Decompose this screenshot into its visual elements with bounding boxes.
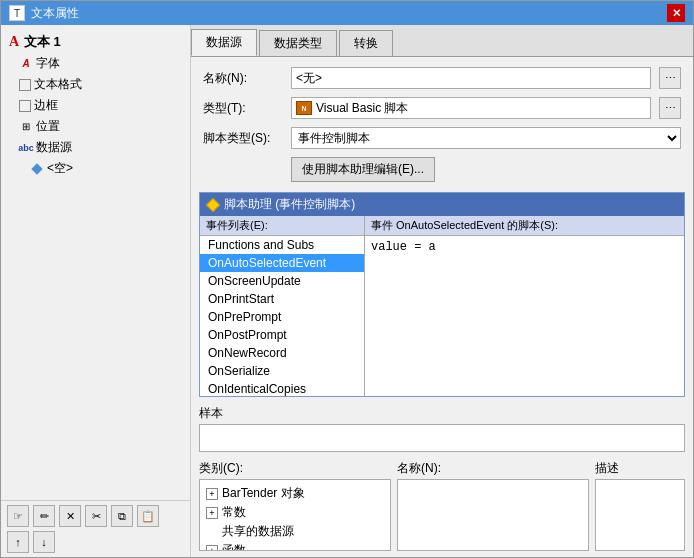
up-btn[interactable]: ↑ bbox=[7, 531, 29, 553]
edit-btn-row: 使用脚本助理编辑(E)... bbox=[203, 157, 681, 182]
event-item-onnewrecord[interactable]: OnNewRecord bbox=[200, 344, 364, 362]
event-item-onserialize[interactable]: OnSerialize bbox=[200, 362, 364, 380]
window-title: 文本属性 bbox=[31, 5, 79, 22]
tree-area: A 文本 1 A 字体 文本格式 边框 bbox=[1, 25, 190, 500]
title-bar-left: T 文本属性 bbox=[9, 5, 79, 22]
tree-font-label: 字体 bbox=[36, 55, 60, 72]
name-input[interactable] bbox=[291, 67, 651, 89]
desc-panel: 描述 bbox=[595, 460, 685, 551]
tree-item-border[interactable]: 边框 bbox=[5, 95, 186, 116]
category-tree: + BarTender 对象 + 常数 共享的数据源 + bbox=[199, 479, 391, 551]
cat-item-constants[interactable]: + 常数 bbox=[206, 503, 384, 522]
script-content[interactable]: value = a bbox=[365, 236, 684, 396]
event-item-onprintstart[interactable]: OnPrintStart bbox=[200, 290, 364, 308]
cat-bartender-label: BarTender 对象 bbox=[222, 485, 305, 502]
event-item-onauto[interactable]: OnAutoSelectedEvent bbox=[200, 254, 364, 272]
tree-item-datasource[interactable]: abc 数据源 bbox=[5, 137, 186, 158]
vb-icon: N bbox=[296, 101, 312, 115]
tree-position-label: 位置 bbox=[36, 118, 60, 135]
tree-border-label: 边框 bbox=[34, 97, 58, 114]
tree-root-label: 文本 1 bbox=[24, 33, 61, 51]
type-display: N Visual Basic 脚本 bbox=[291, 97, 651, 119]
right-panel: 数据源 数据类型 转换 名称(N): ⋯ 类型(T): N Visual Ba bbox=[191, 25, 693, 557]
form-area: 名称(N): ⋯ 类型(T): N Visual Basic 脚本 ⋯ 脚本类型… bbox=[191, 57, 693, 192]
event-list-panel: 事件列表(E): Functions and Subs OnAutoSelect… bbox=[200, 216, 365, 396]
name-panel: 名称(N): bbox=[397, 460, 589, 551]
event-list-header: 事件列表(E): bbox=[200, 216, 364, 236]
assistant-panel: 脚本助理 (事件控制脚本) 事件列表(E): Functions and Sub… bbox=[199, 192, 685, 397]
select-btn[interactable]: ☞ bbox=[7, 505, 29, 527]
event-item-onpostprompt[interactable]: OnPostPrompt bbox=[200, 326, 364, 344]
paste-btn[interactable]: 📋 bbox=[137, 505, 159, 527]
left-panel: A 文本 1 A 字体 文本格式 边框 bbox=[1, 25, 191, 557]
expand-bartender-icon[interactable]: + bbox=[206, 488, 218, 500]
tab-datatype[interactable]: 数据类型 bbox=[259, 30, 337, 56]
tab-transform[interactable]: 转换 bbox=[339, 30, 393, 56]
left-toolbar: ☞ ✏ ✕ ✂ ⧉ 📋 ↑ ↓ bbox=[1, 500, 190, 557]
tab-datasource[interactable]: 数据源 bbox=[191, 29, 257, 56]
type-value: Visual Basic 脚本 bbox=[316, 100, 408, 117]
root-a-icon: A bbox=[7, 35, 21, 49]
event-item-onpreprompt[interactable]: OnPrePrompt bbox=[200, 308, 364, 326]
sample-box bbox=[199, 424, 685, 452]
tree-item-font[interactable]: A 字体 bbox=[5, 53, 186, 74]
tree-root[interactable]: A 文本 1 bbox=[5, 31, 186, 53]
edit-icon-btn[interactable]: ✏ bbox=[33, 505, 55, 527]
tree-item-empty[interactable]: <空> bbox=[5, 158, 186, 179]
script-type-label: 脚本类型(S): bbox=[203, 130, 283, 147]
position-icon: ⊞ bbox=[19, 120, 33, 134]
expand-functions-icon[interactable]: + bbox=[206, 545, 218, 552]
cat-item-shared[interactable]: 共享的数据源 bbox=[206, 522, 384, 541]
name-label: 名称(N): bbox=[203, 70, 283, 87]
cut-btn[interactable]: ✂ bbox=[85, 505, 107, 527]
name-browse-btn[interactable]: ⋯ bbox=[659, 67, 681, 89]
tree-item-textformat[interactable]: 文本格式 bbox=[5, 74, 186, 95]
assistant-diamond-icon bbox=[206, 197, 220, 211]
script-header-text: 事件 OnAutoSelectedEvent 的脚本(S): bbox=[371, 219, 558, 231]
event-item-onscreen[interactable]: OnScreenUpdate bbox=[200, 272, 364, 290]
desc-box bbox=[595, 479, 685, 551]
event-list: Functions and Subs OnAutoSelectedEvent O… bbox=[200, 236, 364, 396]
copy-btn[interactable]: ⧉ bbox=[111, 505, 133, 527]
tree-empty-label: <空> bbox=[47, 160, 73, 177]
tree-datasource-label: 数据源 bbox=[36, 139, 72, 156]
script-panel: 事件 OnAutoSelectedEvent 的脚本(S): value = a bbox=[365, 216, 684, 396]
sample-label: 样本 bbox=[199, 405, 685, 422]
category-panel: 类别(C): + BarTender 对象 + 常数 共享的数据源 bbox=[199, 460, 391, 551]
cat-item-functions[interactable]: + 函数 bbox=[206, 541, 384, 551]
title-icon: T bbox=[9, 5, 25, 21]
cat-functions-label: 函数 bbox=[222, 542, 246, 551]
event-item-functions[interactable]: Functions and Subs bbox=[200, 236, 364, 254]
bottom-section: 类别(C): + BarTender 对象 + 常数 共享的数据源 bbox=[199, 460, 685, 551]
script-type-select[interactable]: 事件控制脚本 bbox=[291, 127, 681, 149]
name-header: 名称(N): bbox=[397, 460, 589, 477]
event-item-onidentical[interactable]: OnIdenticalCopies bbox=[200, 380, 364, 396]
diamond-icon bbox=[31, 163, 42, 174]
border-icon bbox=[19, 100, 31, 112]
expand-constants-icon[interactable]: + bbox=[206, 507, 218, 519]
cat-item-bartender[interactable]: + BarTender 对象 bbox=[206, 484, 384, 503]
type-browse-btn[interactable]: ⋯ bbox=[659, 97, 681, 119]
type-row: 类型(T): N Visual Basic 脚本 ⋯ bbox=[203, 97, 681, 119]
edit-script-btn[interactable]: 使用脚本助理编辑(E)... bbox=[291, 157, 435, 182]
textformat-icon bbox=[19, 79, 31, 91]
delete-btn[interactable]: ✕ bbox=[59, 505, 81, 527]
datasource-icon: abc bbox=[19, 141, 33, 155]
font-icon: A bbox=[19, 57, 33, 71]
down-btn[interactable]: ↓ bbox=[33, 531, 55, 553]
name-row: 名称(N): ⋯ bbox=[203, 67, 681, 89]
cat-constants-label: 常数 bbox=[222, 504, 246, 521]
tree-textformat-label: 文本格式 bbox=[34, 76, 82, 93]
close-button[interactable]: ✕ bbox=[667, 4, 685, 22]
title-bar: T 文本属性 ✕ bbox=[1, 1, 693, 25]
script-type-row: 脚本类型(S): 事件控制脚本 bbox=[203, 127, 681, 149]
type-label: 类型(T): bbox=[203, 100, 283, 117]
assistant-title-bar: 脚本助理 (事件控制脚本) bbox=[200, 193, 684, 216]
tree-item-position[interactable]: ⊞ 位置 bbox=[5, 116, 186, 137]
tab-bar: 数据源 数据类型 转换 bbox=[191, 25, 693, 57]
name-list bbox=[397, 479, 589, 551]
assistant-title-text: 脚本助理 (事件控制脚本) bbox=[224, 196, 355, 213]
cat-shared-label: 共享的数据源 bbox=[222, 523, 294, 540]
main-content: A 文本 1 A 字体 文本格式 边框 bbox=[1, 25, 693, 557]
script-header: 事件 OnAutoSelectedEvent 的脚本(S): bbox=[365, 216, 684, 236]
